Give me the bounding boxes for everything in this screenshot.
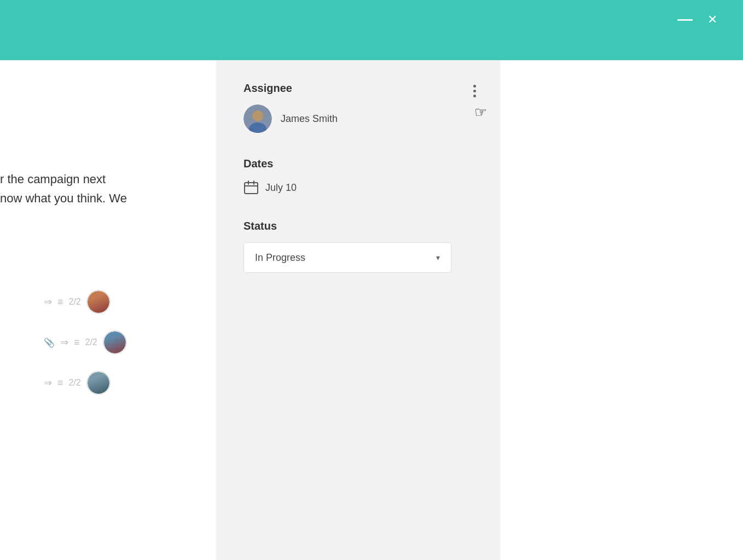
teal-header: ✕ [0, 0, 743, 60]
list-item: 📎 ⇒ ≡ 2/2 [44, 330, 127, 354]
close-button[interactable]: ✕ [704, 11, 721, 28]
chevron-down-icon: ▾ [436, 253, 440, 262]
date-row: July 10 [243, 180, 473, 195]
dot [473, 95, 476, 97]
item-count: 2/2 [85, 337, 97, 347]
date-value: July 10 [265, 182, 297, 194]
item-count: 2/2 [69, 297, 81, 307]
status-section: Status In Progress ▾ [243, 220, 473, 273]
avatar [86, 371, 111, 395]
background-list: ⇒ ≡ 2/2 📎 ⇒ ≡ 2/2 ⇒ ≡ 2/2 [44, 290, 127, 395]
svg-rect-3 [245, 183, 258, 194]
list-icon: ≡ [57, 377, 63, 389]
list-icon: ≡ [74, 337, 80, 348]
assignee-section: Assignee James Smith [243, 82, 473, 133]
status-section-title: Status [243, 220, 473, 232]
item-count: 2/2 [69, 378, 81, 388]
dates-section-title: Dates [243, 158, 473, 170]
background-text: r the campaign next now what you think. … [0, 170, 127, 208]
assignee-section-title: Assignee [243, 82, 473, 95]
header-controls: ✕ [677, 11, 721, 28]
assignee-avatar [243, 104, 272, 133]
assignee-name: James Smith [281, 113, 338, 125]
detail-panel: ☞ Assignee James Smith Dates [216, 60, 501, 560]
attachment-icon: 📎 [44, 337, 55, 348]
forward-icon: ⇒ [44, 377, 52, 389]
forward-icon: ⇒ [60, 336, 68, 348]
status-value: In Progress [255, 252, 305, 264]
status-dropdown[interactable]: In Progress ▾ [243, 242, 451, 273]
minimize-button[interactable] [677, 19, 693, 21]
list-icon: ≡ [57, 296, 63, 308]
list-item: ⇒ ≡ 2/2 [44, 371, 127, 395]
avatar [103, 330, 127, 354]
bg-text-line2: now what you think. We [0, 189, 127, 208]
assignee-row: James Smith [243, 104, 473, 133]
calendar-icon [243, 180, 259, 195]
dates-section: Dates July 10 [243, 158, 473, 195]
list-item: ⇒ ≡ 2/2 [44, 290, 127, 314]
svg-point-1 [252, 110, 263, 121]
more-options-button[interactable] [471, 82, 479, 100]
cursor-pointer: ☞ [474, 104, 487, 121]
forward-icon: ⇒ [44, 296, 52, 308]
dot [473, 90, 476, 92]
dot [473, 85, 476, 88]
bg-text-line1: r the campaign next [0, 170, 127, 189]
avatar [86, 290, 111, 314]
